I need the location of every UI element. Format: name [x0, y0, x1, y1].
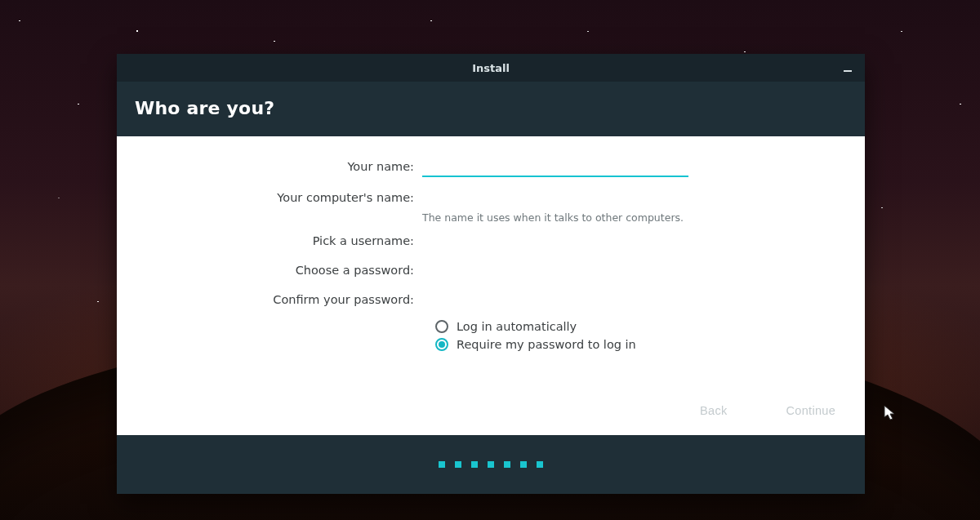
wizard-progress [117, 435, 865, 494]
svg-rect-0 [844, 70, 852, 72]
window-title: Install [472, 62, 510, 74]
radio-require-password[interactable]: Require my password to log in [435, 338, 865, 351]
radio-label-require-pw: Require my password to log in [457, 338, 636, 351]
installer-window: Install Who are you? Your name: Your com… [117, 54, 865, 494]
label-confirm-password: Confirm your password: [117, 293, 421, 306]
progress-dot [537, 461, 543, 468]
window-titlebar: Install [117, 54, 865, 82]
progress-dot [488, 461, 494, 468]
progress-dot [520, 461, 527, 468]
hint-computer-name: The name it uses when it talks to other … [422, 211, 865, 224]
radio-icon [435, 338, 448, 351]
back-button[interactable]: Back [697, 399, 730, 422]
page-header: Who are you? [117, 82, 865, 136]
window-minimize-button[interactable] [842, 63, 853, 74]
radio-login-automatically[interactable]: Log in automatically [435, 320, 865, 333]
progress-dot [504, 461, 510, 468]
progress-dot [439, 461, 445, 468]
progress-dot [471, 461, 478, 468]
label-password: Choose a password: [117, 264, 421, 277]
progress-dot [455, 461, 461, 468]
continue-button[interactable]: Continue [783, 399, 839, 422]
page-title: Who are you? [135, 98, 847, 118]
your-name-input[interactable] [422, 156, 688, 177]
radio-icon [435, 320, 448, 333]
label-computer-name: Your computer's name: [117, 191, 421, 204]
minimize-icon [843, 64, 853, 73]
wizard-actions: Back Continue [697, 399, 839, 422]
radio-label-auto: Log in automatically [457, 320, 577, 333]
label-username: Pick a username: [117, 234, 421, 247]
login-option-group: Log in automatically Require my password… [435, 320, 865, 351]
label-your-name: Your name: [117, 160, 421, 173]
form-area: Your name: Your computer's name: The nam… [117, 136, 865, 435]
